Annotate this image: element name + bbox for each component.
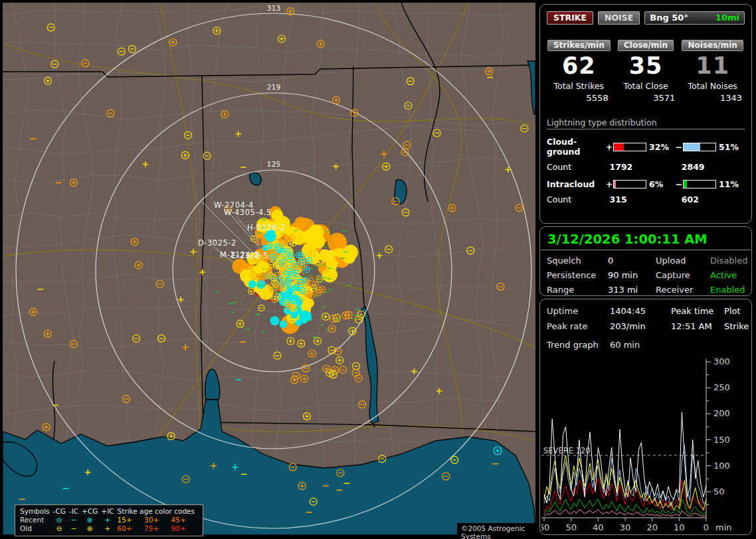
strike-stats-panel: STRIKE NOISE Bng 50° 10mi Strikes/min 62… [539, 4, 752, 224]
svg-text:300: 300 [713, 356, 730, 366]
svg-text:W-4305-4.5: W-4305-4.5 [224, 208, 272, 217]
legend-row-label: Old [20, 524, 53, 533]
cg-negative-pct: 51% [719, 142, 745, 152]
svg-text:50: 50 [565, 522, 577, 532]
trend-graph-row: Trend graph 60 min [540, 331, 751, 350]
legend-age-code: 75+ [144, 524, 171, 533]
svg-text:10: 10 [674, 522, 685, 532]
status-cell: Capture [656, 270, 710, 280]
svg-text:0: 0 [704, 522, 709, 532]
legend-age-code: 45+ [171, 516, 198, 524]
range-label: 10mi [715, 13, 739, 23]
map-symbol-legend: Symbols-CG-IC+CG+ICStrike age color code… [15, 504, 203, 536]
status-cell: 313 mi [608, 285, 656, 295]
close-per-min-column: Close/min 35 Total Close 3571 [613, 38, 680, 103]
uptime-cell: Uptime [547, 306, 610, 316]
noises-per-min-chip: Noises/min [682, 40, 743, 51]
legend-symbol: − [69, 516, 82, 524]
plus-sign: + [605, 179, 613, 189]
svg-text:200: 200 [713, 408, 730, 418]
legend-table: Symbols-CG-IC+CG+ICStrike age color code… [20, 507, 198, 533]
bearing-range-display: Bng 50° 10mi [644, 11, 745, 25]
uptime-cell: 203/min [610, 321, 671, 331]
legend-age-code: 30+ [144, 516, 171, 524]
status-cell: Squelch [547, 256, 608, 266]
cloud-ground-count-row: Count 1792 2849 [540, 162, 751, 172]
count-label: Count [547, 162, 601, 172]
legend-header-cell: -CG [53, 507, 69, 516]
uptime-cell: 1404:45 [610, 306, 671, 316]
strikes-per-min-column: Strikes/min 62 Total Strikes 5558 [545, 38, 613, 103]
svg-text:150: 150 [713, 435, 730, 445]
clock-status-panel: 3/12/2026 1:00:11 AM Squelch0UploadDisab… [539, 226, 752, 296]
legend-age-code: 90+ [171, 524, 198, 533]
ic-negative-bar [683, 180, 716, 189]
trend-graph-label: Trend graph [547, 340, 610, 350]
total-noises-value: 1343 [679, 93, 746, 103]
uptime-cell: 12:51 AM [671, 321, 724, 331]
intracloud-label: Intracloud [547, 179, 605, 189]
svg-text:313: 313 [267, 4, 281, 13]
svg-text:250: 250 [713, 382, 730, 392]
status-cell: Upload [656, 256, 710, 266]
strike-mode-button[interactable]: STRIKE [547, 11, 593, 25]
svg-text:219: 219 [267, 83, 281, 92]
close-per-min-chip: Close/min [618, 40, 674, 51]
cg-negative-count: 2849 [673, 162, 745, 172]
legend-header-cell: Symbols [20, 507, 53, 516]
legend-symbol: − [69, 524, 82, 533]
legend-symbol: ⊖ [53, 524, 69, 533]
copyright-label: ©2005 Astrogenic Systems [457, 523, 535, 539]
legend-age-code: 60+ [118, 524, 144, 533]
map-canvas: 313219125W-2704-4W-4305-4.5H-0326-2D-302… [3, 3, 535, 535]
ic-positive-bar [613, 180, 646, 189]
legend-age-code: 15+ [118, 516, 144, 524]
strikes-per-min-chip: Strikes/min [547, 40, 611, 51]
cloud-ground-label: Cloud-ground [547, 137, 605, 157]
lightning-map[interactable]: 313219125W-2704-4W-4305-4.5H-0326-2D-302… [3, 3, 535, 535]
total-strikes-value: 5558 [545, 93, 613, 103]
legend-row-label: Recent [20, 516, 53, 524]
status-cell: Receiver [656, 285, 710, 295]
svg-text:E-2128-5: E-2128-5 [231, 251, 268, 260]
ic-positive-count: 315 [601, 194, 673, 204]
svg-text:50: 50 [713, 487, 725, 497]
status-cell: 90 min [608, 270, 656, 280]
total-strikes-label: Total Strikes [545, 81, 613, 91]
total-close-label: Total Close [613, 81, 680, 91]
legend-symbol: ⊕ [82, 516, 101, 524]
svg-text:30: 30 [620, 522, 631, 532]
noises-per-min-value: 11 [679, 52, 746, 79]
status-cell: Range [547, 285, 608, 295]
minus-sign: − [675, 179, 683, 189]
plus-sign: + [605, 142, 613, 152]
uptime-cell: Peak rate [547, 321, 610, 331]
trend-panel: Uptime1404:45Peak timePlotPeak rate203/m… [539, 299, 752, 535]
total-noises-label: Total Noises [679, 81, 746, 91]
uptime-cell: Strike [724, 321, 756, 331]
noises-per-min-column: Noises/min 11 Total Noises 1343 [679, 38, 746, 103]
status-cell: Disabled [710, 256, 756, 266]
svg-text:40: 40 [593, 522, 604, 532]
svg-text:60: 60 [541, 522, 549, 532]
svg-text:min: min [715, 522, 732, 532]
status-cell: Enabled [710, 285, 756, 295]
ic-negative-pct: 11% [719, 179, 745, 189]
noise-mode-button[interactable]: NOISE [598, 11, 640, 25]
legend-header-cell: +CG [82, 507, 101, 516]
svg-text:100: 100 [713, 461, 730, 471]
status-cell: 0 [608, 256, 656, 266]
cloud-ground-row: Cloud-ground + 32% − 51% [540, 137, 751, 157]
legend-symbol: ⊕ [82, 524, 101, 533]
legend-header-cell: -IC [69, 507, 82, 516]
intracloud-row: Intracloud + 6% − 11% [540, 179, 751, 189]
trend-graph-value: 60 min [610, 340, 671, 350]
receiver-status-grid: Squelch0UploadDisabledPersistence90 minC… [540, 250, 751, 295]
ic-positive-pct: 6% [649, 179, 675, 189]
svg-text:20: 20 [646, 522, 658, 532]
distribution-title: Lightning type distribution [547, 117, 745, 129]
legend-symbol: ⊖ [53, 516, 69, 524]
ic-negative-count: 602 [673, 194, 745, 204]
trend-graph: 501001502002503006050403020100minSEVERE … [541, 356, 751, 533]
svg-text:125: 125 [267, 160, 281, 169]
